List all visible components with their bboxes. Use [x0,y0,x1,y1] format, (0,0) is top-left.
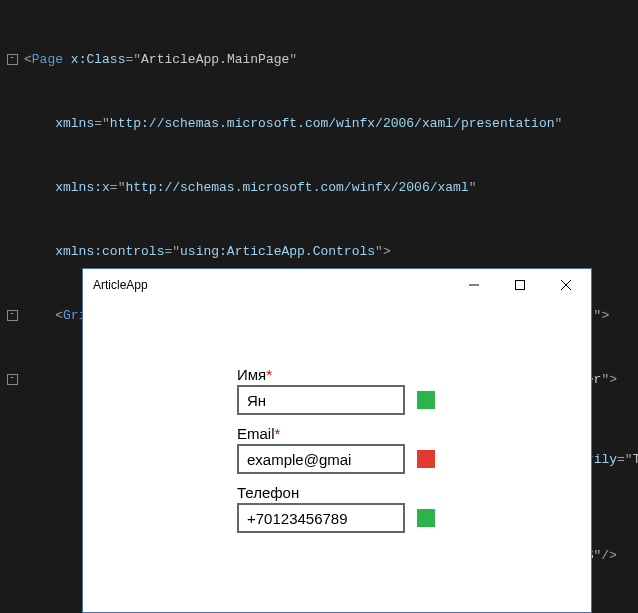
svg-rect-1 [516,281,525,290]
phone-input[interactable]: +70123456789 [237,503,405,533]
app-body: Имя* Ян Email* example@gmai Телефон +701… [83,301,591,543]
maximize-button[interactable] [497,270,543,300]
name-input[interactable]: Ян [237,385,405,415]
close-button[interactable] [543,270,589,300]
email-validation-icon [417,450,435,468]
phone-validation-icon [417,509,435,527]
field-phone: Телефон +70123456789 [237,484,437,533]
minimize-icon [469,280,479,290]
window-title: ArticleApp [93,278,451,292]
field-name-label: Имя* [237,366,437,383]
maximize-icon [515,280,525,290]
field-name: Имя* Ян [237,366,437,415]
field-email: Email* example@gmai [237,425,437,474]
name-validation-icon [417,391,435,409]
minimize-button[interactable] [451,270,497,300]
close-icon [561,280,571,290]
titlebar: ArticleApp [83,269,591,301]
email-input[interactable]: example@gmai [237,444,405,474]
field-email-label: Email* [237,425,437,442]
app-window: ArticleApp Имя* Ян Email* example@gmai [82,268,592,613]
field-phone-label: Телефон [237,484,437,501]
